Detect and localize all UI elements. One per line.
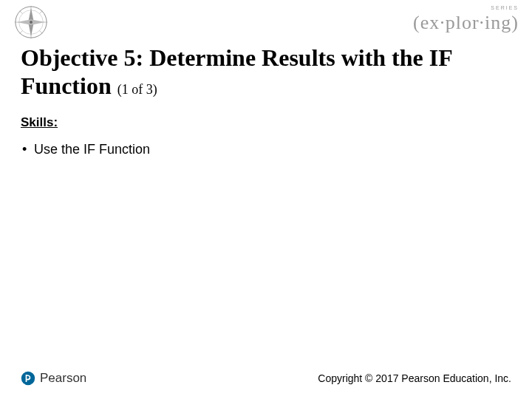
header-row: SERIES (ex·plor·ing) [0, 0, 532, 41]
title-progress: (1 of 3) [117, 82, 157, 97]
skills-bullets: Use the IF Function [21, 142, 511, 157]
series-brand-small: SERIES [413, 5, 519, 10]
list-item: Use the IF Function [34, 142, 511, 157]
copyright: Copyright © 2017 Pearson Education, Inc. [318, 372, 511, 384]
series-brand: SERIES (ex·plor·ing) [413, 4, 519, 34]
page-title: Objective 5: Determine Results with the … [21, 44, 511, 100]
svg-line-6 [20, 11, 23, 14]
publisher-name: Pearson [40, 371, 86, 386]
publisher-logo: Pearson [21, 371, 86, 386]
svg-point-13 [21, 372, 35, 385]
skills-label: Skills: [21, 115, 511, 130]
title-line2: Function [21, 72, 112, 99]
svg-point-12 [30, 21, 33, 24]
svg-line-9 [40, 11, 43, 14]
footer: Pearson Copyright © 2017 Pearson Educati… [0, 371, 532, 386]
pearson-icon [21, 371, 35, 386]
content: Objective 5: Determine Results with the … [0, 44, 532, 157]
svg-line-7 [40, 31, 43, 34]
title-line1: Objective 5: Determine Results with the … [21, 44, 453, 71]
series-brand-main: (ex·plor·ing) [413, 12, 519, 34]
svg-line-8 [20, 31, 23, 34]
compass-logo [13, 4, 49, 43]
